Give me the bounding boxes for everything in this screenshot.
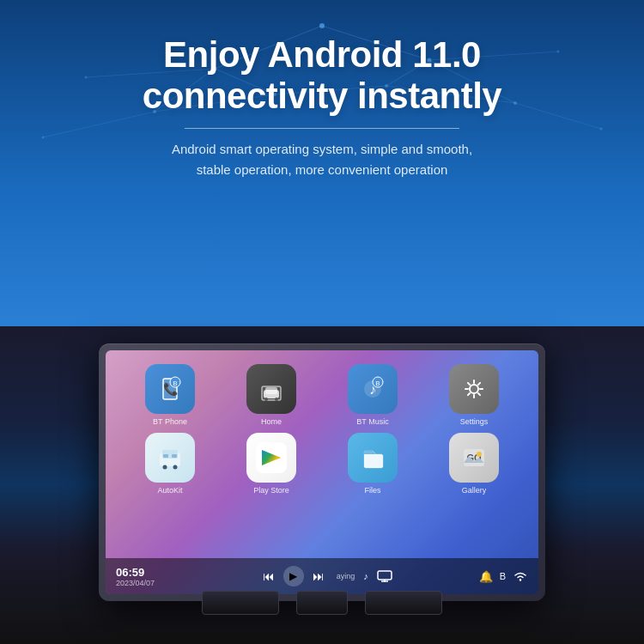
car-control-left bbox=[202, 591, 279, 615]
svg-point-53 bbox=[477, 452, 482, 457]
app-item-play-store[interactable]: Play Store bbox=[224, 433, 319, 495]
app-item-bt-phone[interactable]: 📞 B BT Phone bbox=[123, 364, 217, 426]
wifi-icon bbox=[513, 571, 528, 581]
svg-point-36 bbox=[470, 385, 478, 393]
bluetooth-icon: B bbox=[500, 571, 506, 581]
gallery-label: Gallery bbox=[462, 486, 487, 495]
svg-rect-41 bbox=[163, 454, 168, 458]
car-control-center bbox=[296, 591, 348, 615]
notification-icon: 🔔 bbox=[479, 570, 493, 583]
status-icons: 🔔 B bbox=[479, 570, 528, 583]
autokit-icon bbox=[145, 433, 195, 483]
headline-section: Enjoy Android 11.0 connectivity instantl… bbox=[0, 17, 644, 180]
app-item-settings[interactable]: Settings bbox=[427, 364, 521, 426]
bt-music-icon: ♪ B bbox=[348, 364, 398, 414]
page-wrapper: Enjoy Android 11.0 connectivity instantl… bbox=[0, 0, 644, 644]
svg-rect-29 bbox=[265, 387, 277, 394]
bt-phone-icon: 📞 B bbox=[145, 364, 195, 414]
app-item-home[interactable]: Home bbox=[224, 364, 319, 426]
svg-point-30 bbox=[264, 398, 268, 401]
next-button[interactable]: ⏭ bbox=[313, 569, 325, 583]
svg-point-31 bbox=[275, 398, 278, 401]
settings-icon bbox=[449, 364, 499, 414]
autokit-label: AutoKit bbox=[157, 486, 182, 495]
home-icon bbox=[246, 364, 296, 414]
app-item-gallery[interactable]: GO Gallery bbox=[427, 433, 521, 495]
app-item-autokit[interactable]: AutoKit bbox=[123, 433, 217, 495]
svg-point-39 bbox=[163, 465, 167, 470]
svg-text:B: B bbox=[173, 380, 177, 387]
svg-point-40 bbox=[173, 465, 178, 470]
app-item-bt-music[interactable]: ♪ B BT Music bbox=[325, 364, 420, 426]
music-note: ♪ bbox=[363, 571, 368, 581]
svg-rect-54 bbox=[378, 571, 392, 580]
main-title: Enjoy Android 11.0 connectivity instantl… bbox=[34, 34, 610, 118]
home-label: Home bbox=[261, 417, 282, 426]
play-store-icon bbox=[246, 433, 296, 483]
current-time: 06:59 bbox=[116, 566, 176, 579]
divider bbox=[185, 128, 459, 129]
bt-phone-label: BT Phone bbox=[153, 417, 187, 426]
play-store-label: Play Store bbox=[253, 486, 289, 495]
files-label: Files bbox=[364, 486, 380, 495]
app-grid: 📞 B BT Phone bbox=[106, 350, 538, 501]
svg-text:B: B bbox=[375, 380, 380, 387]
dashboard-area: 📞 B BT Phone bbox=[0, 326, 644, 644]
playing-indicator: aying bbox=[337, 572, 355, 580]
settings-label: Settings bbox=[460, 417, 489, 426]
subtitle: Android smart operating system, simple a… bbox=[34, 139, 610, 180]
svg-rect-42 bbox=[172, 454, 177, 458]
play-icon: ▶ bbox=[289, 570, 297, 582]
screen-icon bbox=[377, 570, 392, 582]
gallery-icon: GO bbox=[449, 433, 499, 483]
car-controls bbox=[0, 584, 644, 644]
bt-music-label: BT Music bbox=[356, 417, 388, 426]
files-icon bbox=[348, 433, 398, 483]
screen-bezel: 📞 B BT Phone bbox=[99, 343, 545, 601]
app-item-files[interactable]: Files bbox=[325, 433, 420, 495]
car-control-right bbox=[365, 591, 442, 615]
screen-display: 📞 B BT Phone bbox=[106, 350, 538, 594]
svg-point-57 bbox=[519, 579, 521, 580]
prev-button[interactable]: ⏮ bbox=[263, 569, 275, 583]
